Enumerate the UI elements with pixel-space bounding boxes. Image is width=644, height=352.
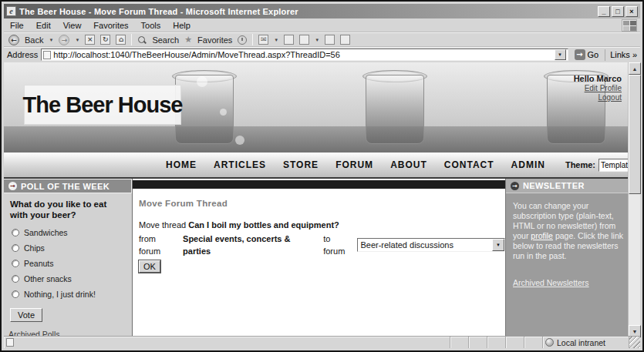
home-icon[interactable]: ⌂ — [116, 35, 126, 45]
messenger-icon[interactable] — [340, 35, 350, 45]
address-input[interactable]: http://localhost:1040/TheBeerHouse/Admin… — [41, 49, 568, 61]
main-nav: HOME ARTICLES STORE FORUM ABOUT CONTACT … — [4, 153, 631, 179]
radio-icon[interactable] — [12, 260, 19, 267]
edit-profile-link[interactable]: Edit Profile — [574, 84, 622, 92]
print-icon[interactable] — [284, 35, 294, 45]
from-forum-name: Special events, concerts & parties — [183, 233, 320, 257]
nav-forum[interactable]: FORUM — [335, 159, 373, 170]
nav-store[interactable]: STORE — [283, 159, 319, 170]
scroll-up-icon[interactable]: ▲ — [629, 62, 641, 75]
page-columns: → POLL OF THE WEEK What do you like to e… — [4, 179, 631, 337]
menu-edit[interactable]: Edit — [36, 21, 51, 30]
search-label[interactable]: Search — [152, 35, 179, 45]
address-url[interactable]: http://localhost:1040/TheBeerHouse/Admin… — [53, 50, 339, 59]
discuss-icon[interactable] — [325, 35, 335, 45]
edit-dropdown-icon[interactable]: ▼ — [315, 38, 319, 42]
radio-icon[interactable] — [12, 290, 19, 298]
nav-about[interactable]: ABOUT — [390, 159, 427, 170]
poll-option[interactable]: Sandwiches — [12, 228, 126, 237]
poll-option-label: Nothing, I just drink! — [24, 290, 96, 299]
maximize-button[interactable]: □ — [612, 6, 624, 17]
poll-sidebar: → POLL OF THE WEEK What do you like to e… — [4, 179, 133, 337]
nav-admin[interactable]: ADMIN — [511, 159, 545, 170]
vote-button[interactable]: Vote — [10, 308, 42, 322]
toolbar-separator — [131, 34, 132, 45]
back-icon[interactable]: ← — [8, 35, 19, 45]
close-button[interactable]: × — [625, 6, 638, 17]
links-toolbar[interactable]: Links » — [605, 49, 637, 61]
stop-icon[interactable]: × — [85, 35, 95, 45]
panel-arrow-icon: → — [8, 182, 17, 190]
vertical-scrollbar[interactable]: ▲ ▼ — [628, 62, 640, 337]
newsletter-text-after: page. Click the link below to read the n… — [513, 231, 623, 260]
ok-button[interactable]: OK — [139, 260, 160, 273]
window-title: The Beer House - Move Forum Thread - Mic… — [19, 7, 298, 16]
nav-home[interactable]: HOME — [166, 159, 197, 170]
beer-glass-image — [362, 70, 427, 144]
links-label: Links — [610, 50, 630, 59]
status-cell — [524, 337, 543, 348]
refresh-icon[interactable]: ↻ — [100, 35, 110, 45]
status-bar: Local intranet — [4, 336, 640, 348]
newsletter-body: You can change your subscription type (p… — [506, 193, 631, 261]
radio-icon[interactable] — [12, 244, 19, 252]
from-prefix: from forum — [139, 233, 180, 257]
menu-tools[interactable]: Tools — [141, 21, 161, 30]
status-cell — [450, 337, 469, 348]
poll-option-label: Other snacks — [24, 274, 72, 283]
foam-bubble — [197, 76, 207, 87]
menu-view[interactable]: View — [63, 21, 82, 30]
to-forum-select[interactable]: Beer-related discussions ▼ — [357, 238, 505, 252]
menu-file[interactable]: File — [10, 21, 24, 30]
poll-option[interactable]: Other snacks — [12, 274, 126, 283]
thread-name: Can I boil my bottles and equipment? — [188, 220, 339, 230]
poll-option[interactable]: Peanuts — [12, 259, 126, 268]
poll-option[interactable]: Nothing, I just drink! — [12, 290, 126, 299]
menu-bar: File Edit View Favorites Tools Help — [4, 18, 640, 32]
address-bar: Address http://localhost:1040/TheBeerHou… — [4, 47, 640, 62]
page-viewport: The Beer House Hello Marco Edit Profile … — [4, 62, 631, 337]
poll-option-label: Chips — [24, 243, 45, 253]
logout-link[interactable]: Logout — [574, 93, 622, 102]
browser-window: e The Beer House - Move Forum Thread - M… — [0, 0, 644, 352]
to-forum-dropdown-icon[interactable]: ▼ — [492, 239, 504, 251]
poll-option[interactable]: Chips — [12, 243, 126, 253]
status-cell — [506, 337, 524, 348]
menu-help[interactable]: Help — [173, 21, 191, 30]
mail-dropdown-icon[interactable]: ▼ — [274, 38, 278, 42]
poll-question: What do you like to eat with your beer? — [4, 193, 132, 222]
profile-link[interactable]: profile — [531, 231, 553, 240]
favorites-label[interactable]: Favorites — [197, 35, 232, 45]
mail-icon[interactable]: ✉ — [258, 35, 268, 45]
document-icon — [6, 338, 14, 347]
back-dropdown-icon[interactable]: ▼ — [49, 38, 53, 42]
forward-icon[interactable]: → — [59, 35, 69, 45]
scrollbar-thumb[interactable] — [629, 75, 641, 194]
nav-contact[interactable]: CONTACT — [444, 159, 494, 170]
radio-icon[interactable] — [12, 275, 19, 283]
main-content: Move Forum Thread Move thread Can I boil… — [133, 179, 505, 337]
radio-icon[interactable] — [12, 229, 19, 236]
content-top-strip — [133, 180, 505, 189]
nav-articles[interactable]: ARTICLES — [214, 159, 266, 170]
theme-select[interactable]: TemplateMonster ▼ — [598, 159, 631, 172]
status-main-cell — [4, 337, 450, 348]
menu-favorites[interactable]: Favorites — [93, 21, 128, 30]
archived-newsletters-link[interactable]: Archived Newsletters — [513, 278, 589, 287]
header-table-band — [4, 126, 631, 153]
search-icon[interactable] — [137, 35, 147, 45]
minimize-button[interactable]: _ — [598, 6, 610, 17]
panel-arrow-icon: → — [511, 182, 519, 190]
history-icon[interactable] — [238, 35, 247, 45]
back-label[interactable]: Back — [25, 35, 43, 45]
page-icon — [43, 51, 51, 59]
edit-icon[interactable] — [299, 35, 309, 45]
favorites-icon[interactable]: ★ — [184, 35, 192, 45]
to-forum-value: Beer-related discussions — [360, 239, 453, 251]
address-dropdown-icon[interactable]: ▼ — [555, 49, 566, 60]
forward-dropdown-icon[interactable]: ▼ — [75, 38, 79, 42]
newsletter-header: → NEWSLETTER — [506, 179, 631, 193]
resize-grip[interactable] — [629, 337, 640, 348]
go-button[interactable]: → Go — [572, 49, 602, 62]
newsletter-title: NEWSLETTER — [523, 181, 585, 190]
